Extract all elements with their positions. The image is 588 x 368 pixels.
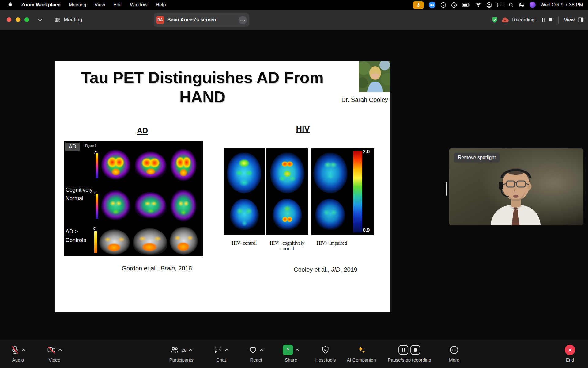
suvr-colorbar-b: [96, 194, 98, 219]
contrast-coronal-scan: [99, 229, 130, 255]
host-tools-button[interactable]: Host tools: [315, 343, 336, 362]
menubar-menu-meeting[interactable]: Meeting: [69, 2, 86, 8]
menubar-menu-help[interactable]: Help: [156, 2, 166, 8]
hiv-impaired-axial-scan: [313, 153, 348, 193]
pause-recording-button[interactable]: [398, 345, 408, 355]
meeting-toolbar: Audio Video: [0, 340, 588, 368]
stop-icon: [413, 348, 417, 352]
normal-sagittal-scan: [135, 192, 167, 218]
pvalue-colorbar-c: [94, 231, 97, 253]
minimize-window-button[interactable]: [16, 17, 20, 22]
speaker-video-tile[interactable]: Remove spotlight: [449, 148, 583, 225]
remove-spotlight-button[interactable]: Remove spotlight: [454, 153, 500, 163]
chevron-up-icon[interactable]: [225, 349, 229, 351]
menubar-app-name[interactable]: Zoom Workplace: [21, 2, 61, 8]
close-window-button[interactable]: [7, 17, 11, 22]
keyboard-icon[interactable]: [497, 3, 503, 7]
control-center-icon[interactable]: [519, 2, 525, 8]
more-ellipsis-icon: [450, 345, 459, 355]
normal-axial-scan: [170, 190, 197, 221]
history-clock-icon[interactable]: [451, 2, 457, 8]
ad-section-heading: AD: [133, 126, 152, 135]
stop-recording-icon[interactable]: [549, 18, 553, 22]
chevron-up-icon[interactable]: [189, 349, 193, 351]
ad-row2-label: Cognitively Normal: [66, 186, 100, 203]
user-account-icon[interactable]: [486, 2, 492, 8]
menubar-menu-window[interactable]: Window: [130, 2, 148, 8]
zoom-status-icon[interactable]: [429, 2, 435, 8]
microphone-muted-icon: [10, 345, 20, 355]
chevron-up-icon[interactable]: [260, 349, 264, 351]
wifi-icon[interactable]: [475, 2, 481, 7]
pause-icon: [401, 348, 405, 352]
audio-button[interactable]: Audio: [10, 343, 26, 362]
more-options-button[interactable]: ⋯: [239, 16, 247, 24]
suvr-colorbar-hiv: [353, 151, 362, 232]
hiv-normal-axial-scan: [270, 153, 304, 193]
ai-companion-button[interactable]: AI Companion: [347, 343, 376, 362]
recording-controls-label: Pause/stop recording: [388, 357, 431, 362]
menubar-clock[interactable]: Wed Oct 9 7:38 PM: [541, 2, 583, 8]
share-button[interactable]: Share: [283, 343, 299, 362]
sparkles-icon: [357, 345, 366, 355]
ad-citation: Gordon et al., Brain, 2016: [108, 265, 206, 272]
chat-bubble-icon: [213, 345, 223, 355]
menubar-menu-edit[interactable]: Edit: [113, 2, 122, 8]
chevron-down-icon[interactable]: [38, 18, 43, 21]
hiv-impaired-coronal-scan: [315, 199, 345, 230]
shield-icon: [321, 345, 330, 355]
hiv-impaired-caption: HIV+ impaired: [311, 240, 352, 246]
menubar-mic-in-use-indicator[interactable]: [413, 1, 424, 9]
play-circle-icon[interactable]: [440, 2, 446, 8]
hiv-normal-coronal-scan: [273, 199, 302, 230]
camera-muted-icon: [47, 345, 56, 355]
meeting-tab[interactable]: Meeting: [54, 17, 82, 23]
participants-button[interactable]: 28 Participants: [169, 343, 193, 362]
contrast-axial-scan: [170, 227, 198, 255]
hiv-normal-caption: HIV+ cognitively normal: [266, 240, 308, 252]
react-button[interactable]: React: [248, 343, 264, 362]
chevron-up-icon[interactable]: [295, 349, 299, 351]
zoom-window-button[interactable]: [24, 17, 29, 22]
cloud-recording-icon: [501, 17, 509, 23]
more-button[interactable]: More: [449, 343, 459, 362]
security-shield-icon[interactable]: [491, 16, 498, 24]
view-button-label[interactable]: View: [564, 17, 575, 23]
view-layout-icon[interactable]: [578, 17, 584, 22]
hiv-control-coronal-scan: [230, 199, 259, 230]
video-label: Video: [49, 357, 60, 362]
end-button[interactable]: End: [565, 343, 575, 362]
meeting-stage: Tau PET Distinguishes AD From HAND Dr. S…: [0, 30, 588, 340]
zoom-titlebar: Meeting BA Beau Ances's screen ⋯ Recordi…: [0, 10, 588, 30]
hiv-control-axial-scan: [227, 153, 261, 193]
battery-charging-icon[interactable]: [462, 3, 470, 7]
presenter-caption: Dr. Sarah Cooley: [341, 96, 388, 103]
search-icon[interactable]: [508, 2, 514, 8]
ad-figure-panel: AD Figure 1 A) B) C) Cognitively Normal …: [64, 141, 203, 256]
hiv-control-caption: HIV- control: [224, 240, 265, 246]
chat-label: Chat: [216, 357, 226, 362]
purple-app-icon[interactable]: [530, 2, 536, 8]
stop-recording-button[interactable]: [410, 345, 420, 355]
video-button[interactable]: Video: [47, 343, 62, 362]
scrollbar-thumb[interactable]: [446, 182, 447, 196]
colorbar-min-label: 0.9: [363, 228, 370, 233]
ad-coronal-scan: [101, 150, 130, 180]
chevron-up-icon[interactable]: [58, 349, 62, 351]
apple-logo-icon[interactable]: [7, 2, 13, 8]
chat-button[interactable]: Chat: [213, 343, 229, 362]
menubar-menu-view[interactable]: View: [95, 2, 105, 8]
hiv-impaired-panel: 2.0 0.9: [311, 148, 374, 235]
colorbar-max-label: 2.0: [363, 149, 370, 155]
presenter-photo: [359, 61, 390, 92]
sharer-initials-badge: BA: [156, 16, 164, 24]
chevron-up-icon[interactable]: [22, 349, 26, 351]
slide-title: Tau PET Distinguishes AD From HAND: [62, 68, 343, 107]
ellipsis-icon: ⋯: [240, 17, 245, 23]
pause-recording-icon[interactable]: [542, 18, 546, 22]
hiv-section-heading: HIV: [289, 125, 317, 134]
participants-icon: [54, 17, 61, 23]
figure-label: Figure 1: [85, 144, 96, 148]
audio-label: Audio: [12, 357, 24, 362]
shared-screen-pill[interactable]: BA Beau Ances's screen ⋯: [154, 13, 249, 27]
